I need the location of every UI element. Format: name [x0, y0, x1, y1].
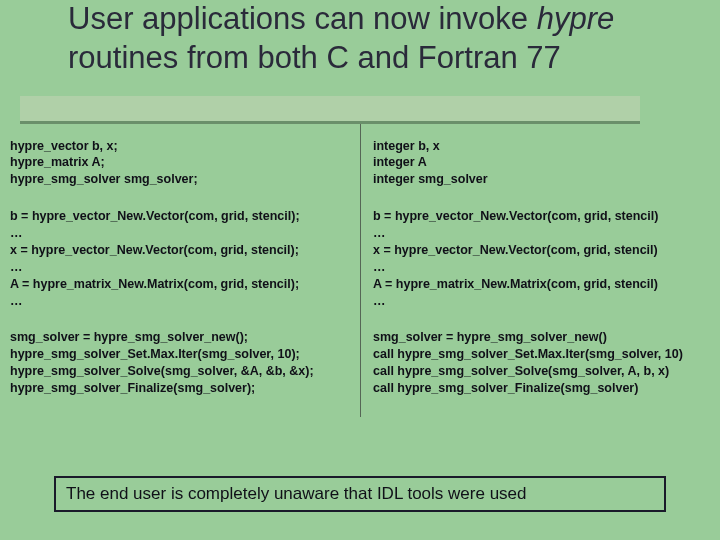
- footer-callout: The end user is completely unaware that …: [54, 476, 666, 512]
- c-column: C Test Code hypre_vector b, x; hypre_mat…: [10, 96, 360, 417]
- title-text-post: routines from both C and Fortran 77: [68, 40, 561, 75]
- title-text-pre: User applications can now invoke: [68, 1, 537, 36]
- title-underline: [20, 96, 640, 124]
- c-decls: hypre_vector b, x; hypre_matrix A; hypre…: [10, 138, 354, 189]
- slide-title: User applications can now invoke hypre r…: [68, 0, 660, 78]
- c-construct: b = hypre_vector_New.Vector(com, grid, s…: [10, 208, 354, 309]
- fortran-column: Fortran 77 Test Code integer b, x intege…: [360, 96, 710, 417]
- code-columns: C Test Code hypre_vector b, x; hypre_mat…: [0, 78, 720, 417]
- fortran-decls: integer b, x integer A integer smg_solve…: [373, 138, 710, 189]
- slide-title-wrap: User applications can now invoke hypre r…: [0, 0, 660, 78]
- footer-text: The end user is completely unaware that …: [66, 484, 527, 503]
- fortran-construct: b = hypre_vector_New.Vector(com, grid, s…: [373, 208, 710, 309]
- title-text-italic: hypre: [537, 1, 615, 36]
- fortran-solve: smg_solver = hypre_smg_solver_new() call…: [373, 329, 710, 397]
- c-solve: smg_solver = hypre_smg_solver_new(); hyp…: [10, 329, 354, 397]
